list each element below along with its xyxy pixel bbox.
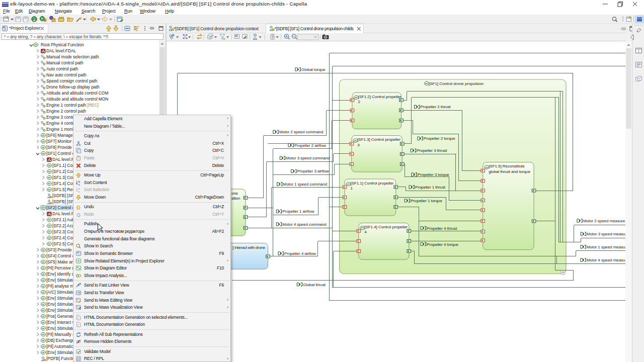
svg-text:Propeller 4 torque: Propeller 4 torque <box>427 242 458 247</box>
svg-text:Propeller 2 airflow: Propeller 2 airflow <box>294 143 326 148</box>
svg-text:2: 2 <box>358 100 361 104</box>
svg-text:Motor 3 speed command: Motor 3 speed command <box>286 156 330 160</box>
svg-text:] Interact with drone: ] Interact with drone <box>232 245 266 250</box>
svg-text:[SF1.2] Control propeller: [SF1.2] Control propeller <box>358 95 401 99</box>
svg-text:4: 4 <box>364 230 367 234</box>
svg-text:Propeller 2 torque: Propeller 2 torque <box>424 136 455 141</box>
svg-text:z: z <box>78 183 80 186</box>
svg-text:Motor 1 speed measure: Motor 1 speed measure <box>587 245 625 249</box>
svg-text:Motor 3 speed measure: Motor 3 speed measure <box>587 232 625 236</box>
svg-text:Propeller 3 thrust: Propeller 3 thrust <box>417 148 447 153</box>
svg-text:Motor 4 speed measure: Motor 4 speed measure <box>587 258 625 262</box>
svg-text:Propeller 1 airflow: Propeller 1 airflow <box>282 209 314 214</box>
svg-text:z: z <box>78 190 80 193</box>
svg-text:[SF1.3] Control propeller: [SF1.3] Control propeller <box>357 137 400 142</box>
svg-text:Propeller 3 airflow: Propeller 3 airflow <box>297 169 329 173</box>
svg-text:Propeller 1 torque: Propeller 1 torque <box>411 199 442 203</box>
svg-text:Motor 2 speed measure N: Motor 2 speed measure N <box>583 219 625 223</box>
svg-text:Motor 1 speed command: Motor 1 speed command <box>283 182 327 187</box>
svg-text:sition: sition <box>231 196 240 201</box>
svg-text:Global thrust: Global thrust <box>303 283 326 287</box>
svg-text:Propeller 2 thrust: Propeller 2 thrust <box>421 105 451 109</box>
svg-text:Propeller 1 thrust: Propeller 1 thrust <box>415 185 446 190</box>
svg-text:Propeller 4 thrust: Propeller 4 thrust <box>427 226 457 231</box>
svg-text:[SF1.1] Control propeller: [SF1.1] Control propeller <box>351 181 394 186</box>
svg-text:one: one <box>231 191 238 196</box>
svg-text:Global torque: Global torque <box>301 67 326 72</box>
svg-text:Motor 2 speed command: Motor 2 speed command <box>279 130 323 134</box>
svg-text:global thrust and torque: global thrust and torque <box>489 169 530 174</box>
svg-text:[SF1.5] Reconstitute: [SF1.5] Reconstitute <box>489 164 525 168</box>
svg-text:[SF1.4] Control propeller: [SF1.4] Control propeller <box>364 225 408 229</box>
svg-text:3: 3 <box>357 143 360 147</box>
svg-text:1: 1 <box>351 186 353 191</box>
svg-text:Propeller 3 torque: Propeller 3 torque <box>418 172 449 177</box>
svg-text:Propeller 4 airflow: Propeller 4 airflow <box>284 251 316 256</box>
svg-text:Motor 4 speed command: Motor 4 speed command <box>282 222 326 227</box>
svg-text:[SF1] Control drone propulsion: [SF1] Control drone propulsion <box>429 81 484 86</box>
